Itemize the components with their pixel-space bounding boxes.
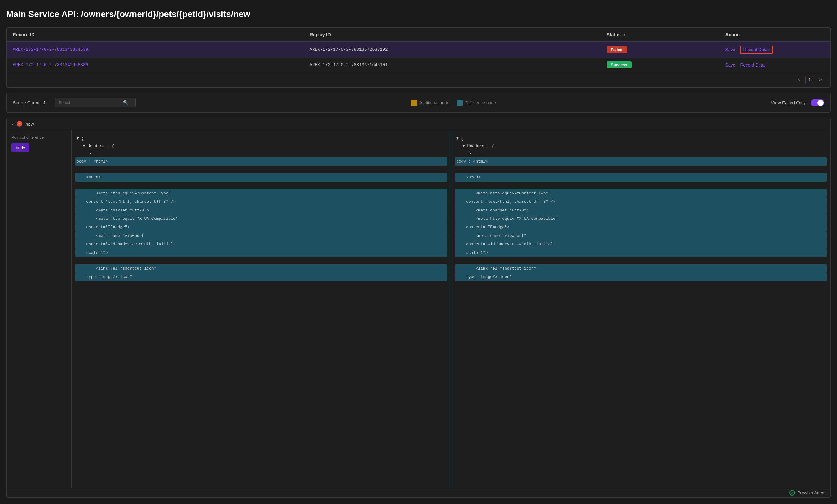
legend-additional: Additional node	[411, 100, 449, 106]
pagination: < 1 >	[6, 72, 831, 87]
code-line	[76, 257, 446, 264]
pod-title: Point of difference	[12, 135, 66, 139]
col-header-record-id: Record ID	[13, 32, 310, 37]
search-icon: 🔍	[123, 100, 128, 105]
browser-agent: ✓ Browser Agent	[789, 490, 825, 496]
diff-error-icon: ✕	[17, 121, 22, 127]
code-line: }	[76, 150, 446, 157]
action-cell-1: Save Record Detail	[725, 45, 824, 54]
code-line-highlighted: scale=1">	[75, 248, 447, 257]
code-line-highlighted: body : <html>	[75, 157, 447, 166]
view-failed-section: View Failed Only:	[771, 99, 824, 107]
code-line-highlighted: <meta http-equiv="X-UA-Compatible"	[75, 214, 447, 223]
table-row: AREX-172-17-0-2-7831343324639 AREX-172-1…	[6, 42, 831, 58]
code-line-highlighted: content="width=device-width, initial-	[75, 240, 447, 248]
next-page-button[interactable]: >	[817, 76, 824, 84]
controls-bar: Scene Count: 1 🔍 Additional node Differe…	[6, 93, 831, 113]
record-detail-button-1[interactable]: Record Detail	[740, 45, 772, 54]
scene-count-value: 1	[43, 100, 46, 105]
save-button-1[interactable]: Save	[725, 47, 735, 52]
page-title: Main Service API: /owners/{ownerId}/pets…	[6, 6, 831, 22]
code-line: ▼ Headers : {	[76, 143, 446, 150]
code-line	[76, 182, 446, 189]
code-line: ▼ {	[76, 135, 446, 143]
code-line-highlighted: content="width=device-width, initial-	[455, 240, 827, 248]
code-line: ▼ Headers : {	[456, 143, 825, 150]
code-line	[456, 257, 825, 264]
code-line-highlighted: type="image/x-icon"	[455, 273, 827, 281]
diff-header: ∨ ✕ new	[6, 118, 831, 130]
legend-additional-color	[411, 100, 417, 106]
record-id-cell-2[interactable]: AREX-172-17-0-2-7831342958336	[13, 62, 310, 68]
diff-section: ∨ ✕ new Point of difference body ▼ { ▼ H…	[6, 118, 831, 498]
replay-id-cell-2: AREX-172-17-0-2-78313671645101	[310, 62, 607, 68]
code-line-highlighted: <meta charset="utf-8">	[75, 206, 447, 214]
code-line-highlighted: content="text/html; charset=UTF-8" />	[455, 198, 827, 206]
toggle-knob	[818, 100, 824, 106]
col-header-replay-id: Replay ID	[310, 32, 607, 37]
code-line-highlighted: <meta name="viewport"	[75, 231, 447, 240]
code-line-highlighted: content="text/html; charset=UTF-8" />	[75, 198, 447, 206]
filter-icon[interactable]: ▼	[623, 33, 626, 37]
code-line-highlighted: <meta http-equiv="Content-Type"	[75, 189, 447, 198]
left-code-panel[interactable]: ▼ { ▼ Headers : { } body : <html> <head>…	[72, 130, 451, 488]
current-page: 1	[805, 76, 814, 84]
status-badge-success: Success	[607, 61, 631, 69]
action-cell-2: Save Record Detail	[725, 62, 824, 68]
code-line	[456, 182, 825, 189]
code-line-highlighted: scale=1">	[455, 248, 827, 257]
replay-id-cell-1: AREX-172-17-0-2-78313672638102	[310, 47, 607, 52]
table-row: AREX-172-17-0-2-7831342958336 AREX-172-1…	[6, 58, 831, 72]
col-header-status: Status ▼	[607, 32, 706, 37]
bottom-bar: ✓ Browser Agent	[6, 488, 831, 498]
browser-agent-label: Browser Agent	[797, 490, 825, 495]
code-line	[456, 166, 825, 173]
code-line-highlighted: <link rel="shortcut icon"	[455, 264, 827, 273]
pod-sidebar: Point of difference body	[6, 130, 72, 488]
col-header-action: Action	[725, 32, 824, 37]
table-header: Record ID Replay ID Status ▼ Action	[6, 27, 831, 42]
pod-item-body[interactable]: body	[12, 143, 30, 152]
legend-difference: Difference node	[457, 100, 496, 106]
code-line: ▼ {	[456, 135, 825, 143]
right-code-panel[interactable]: ▼ { ▼ Headers : { } body : <html> <head>…	[451, 130, 831, 488]
save-button-2[interactable]: Save	[725, 62, 735, 68]
agent-status-icon: ✓	[789, 490, 795, 496]
prev-page-button[interactable]: <	[795, 76, 803, 84]
status-cell-2: Success	[607, 61, 706, 69]
table-section: Record ID Replay ID Status ▼ Action AREX…	[6, 27, 831, 88]
code-line-highlighted: type="image/x-icon"	[75, 273, 447, 281]
status-badge-failed: Failed	[607, 46, 627, 53]
code-panels: ▼ { ▼ Headers : { } body : <html> <head>…	[72, 130, 831, 488]
record-detail-button-2[interactable]: Record Detail	[740, 62, 766, 68]
diff-label: new	[25, 122, 34, 127]
record-id-cell-1[interactable]: AREX-172-17-0-2-7831343324639	[13, 47, 310, 52]
code-line	[76, 166, 446, 173]
scene-count: Scene Count: 1	[13, 100, 46, 105]
code-line-highlighted: <meta http-equiv="X-UA-Compatible"	[455, 214, 827, 223]
code-line: }	[456, 150, 825, 157]
search-box: 🔍	[55, 98, 136, 108]
code-line-highlighted: body : <html>	[455, 157, 827, 166]
code-line-highlighted: <meta name="viewport"	[455, 231, 827, 240]
code-line-highlighted: <meta http-equiv="Content-Type"	[455, 189, 827, 198]
code-line-highlighted: <link rel="shortcut icon"	[75, 264, 447, 273]
view-failed-toggle[interactable]	[811, 99, 824, 107]
main-container: Main Service API: /owners/{ownerId}/pets…	[0, 0, 837, 504]
collapse-icon[interactable]: ∨	[12, 122, 14, 126]
code-line-highlighted: <meta charset="utf-8">	[455, 206, 827, 214]
legend-items: Additional node Difference node	[145, 100, 761, 106]
code-line-highlighted: content="IE=edge">	[455, 223, 827, 231]
search-input[interactable]	[58, 100, 121, 105]
status-cell-1: Failed	[607, 46, 706, 53]
code-line-highlighted: content="IE=edge">	[75, 223, 447, 231]
legend-difference-color	[457, 100, 463, 106]
diff-body: Point of difference body ▼ { ▼ Headers :…	[6, 130, 831, 488]
code-line-highlighted: <head>	[75, 173, 447, 182]
code-line-highlighted: <head>	[455, 173, 827, 182]
